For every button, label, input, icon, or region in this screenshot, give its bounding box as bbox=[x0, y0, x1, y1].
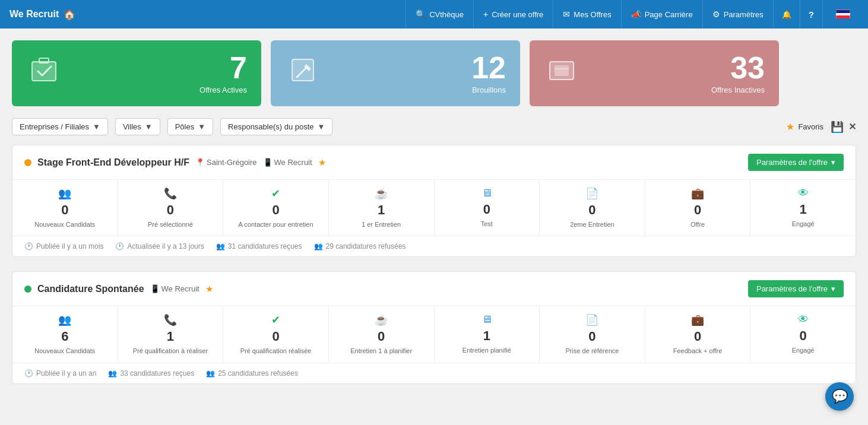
filter-responsable[interactable]: Responsable(s) du poste ▼ bbox=[220, 118, 332, 135]
engaged-icon: 👁 bbox=[798, 313, 809, 326]
inactive-offers-count: 33 bbox=[711, 52, 765, 83]
pipeline-item-2-4[interactable]: 🖥 1 Entretien planifié bbox=[435, 306, 540, 362]
document-icon: 📄 bbox=[585, 187, 598, 200]
phone-icon: 📱 bbox=[150, 284, 160, 293]
check-icon: ✔ bbox=[271, 313, 280, 326]
job-favorite-1[interactable]: ★ bbox=[318, 157, 326, 168]
chevron-down-icon: ▼ bbox=[93, 122, 100, 131]
main-content: 7 Offres Actives 12 Brouillons bbox=[0, 28, 868, 410]
filter-poles-label: Pôles bbox=[175, 122, 195, 131]
nav-flag[interactable] bbox=[822, 0, 859, 28]
people-refused-icon: 👥 bbox=[206, 369, 215, 378]
phone-icon: 📱 bbox=[263, 158, 273, 167]
pipeline-item-2-3[interactable]: ☕ 0 Entretien 1 à planifier bbox=[329, 306, 435, 362]
job-footer-received-1: 👥 31 candidatures reçues bbox=[216, 242, 302, 250]
home-icon[interactable]: 🏠 bbox=[64, 9, 75, 20]
pipeline-item-2-7[interactable]: 👁 0 Engagé bbox=[750, 306, 856, 362]
nav-creer-offre[interactable]: + Créer une offre bbox=[473, 0, 553, 28]
navbar: We Recruit 🏠 🔍 CVthèque + Créer une offr… bbox=[0, 0, 868, 28]
pipeline-item-1-4[interactable]: 🖥 0 Test bbox=[435, 180, 540, 236]
pipeline-item-1-1[interactable]: 📞 0 Pré sélectionné bbox=[118, 180, 224, 236]
stat-card-inactive[interactable]: 33 Offres Inactives bbox=[530, 40, 779, 106]
nav-cvtheque[interactable]: 🔍 CVthèque bbox=[406, 0, 473, 28]
stat-card-active[interactable]: 7 Offres Actives bbox=[12, 40, 261, 106]
job-status-dot-1 bbox=[24, 159, 31, 166]
job-title-2: Candidature Spontanée bbox=[37, 284, 144, 294]
job-card-2: Candidature Spontanée 📱 We Recruit ★ Par… bbox=[12, 271, 856, 383]
clock-icon: 🕐 bbox=[115, 242, 124, 250]
pipeline-2: 👥 6 Nouveaux Candidats 📞 1 Pré qualifica… bbox=[12, 306, 856, 363]
filter-entreprises[interactable]: Entreprises / Filiales ▼ bbox=[12, 118, 108, 135]
pipeline-item-1-3[interactable]: ☕ 1 1 er Entretien bbox=[329, 180, 435, 236]
mail-icon: ✉ bbox=[563, 9, 570, 19]
filter-villes[interactable]: Villes ▼ bbox=[115, 118, 160, 135]
stat-card-inactive-info: 33 Offres Inactives bbox=[711, 52, 765, 94]
job-params-btn-1[interactable]: Paramètres de l'offre ▾ bbox=[748, 154, 844, 171]
active-offers-icon bbox=[26, 52, 62, 94]
chat-icon: 💬 bbox=[832, 389, 848, 404]
caret-icon: ▾ bbox=[831, 284, 835, 293]
flag-french-icon bbox=[836, 9, 850, 19]
nav-help[interactable]: ? bbox=[800, 0, 822, 28]
engaged-icon: 👁 bbox=[798, 187, 809, 199]
nav-page-carriere[interactable]: 📣 Page Carrière bbox=[621, 0, 702, 28]
inactive-offers-icon bbox=[544, 52, 579, 94]
nav-mes-offres[interactable]: ✉ Mes Offres bbox=[553, 0, 620, 28]
nav-parametres[interactable]: ⚙ Paramètres bbox=[702, 0, 773, 28]
job-params-btn-2[interactable]: Paramètres de l'offre ▾ bbox=[748, 280, 844, 297]
pipeline-item-1-6[interactable]: 💼 0 Offre bbox=[645, 180, 751, 236]
pipeline-item-2-5[interactable]: 📄 0 Prise de référence bbox=[540, 306, 645, 362]
draft-offers-count: 12 bbox=[471, 52, 506, 83]
people-icon: 👥 bbox=[108, 369, 117, 378]
nav-bell[interactable]: 🔔 bbox=[773, 0, 800, 28]
star-icon: ★ bbox=[786, 121, 794, 132]
document-icon: 📄 bbox=[585, 313, 598, 326]
stat-card-active-info: 7 Offres Actives bbox=[199, 52, 247, 94]
clock-icon: 🕐 bbox=[24, 242, 33, 250]
pipeline-item-1-0[interactable]: 👥 0 Nouveaux Candidats bbox=[12, 180, 118, 236]
chat-button[interactable]: 💬 bbox=[825, 382, 854, 410]
job-company-1: 📱 We Recruit bbox=[263, 158, 312, 167]
offer-icon: 💼 bbox=[691, 313, 704, 326]
megaphone-icon: 📣 bbox=[631, 9, 641, 19]
filter-poles[interactable]: Pôles ▼ bbox=[167, 118, 213, 135]
job-footer-published-2: 🕐 Publiée il y a un an bbox=[24, 369, 96, 378]
job-header-1: Stage Front-End Développeur H/F 📍 Saint-… bbox=[12, 145, 856, 180]
pipeline-item-2-6[interactable]: 💼 0 Feedback + offre bbox=[645, 306, 751, 362]
gear-icon: ⚙ bbox=[712, 9, 720, 19]
clear-filter-icon[interactable]: ✕ bbox=[848, 121, 856, 132]
coffee-icon: ☕ bbox=[375, 313, 388, 326]
brand[interactable]: We Recruit 🏠 bbox=[9, 9, 75, 20]
job-card-1: Stage Front-End Développeur H/F 📍 Saint-… bbox=[12, 145, 856, 257]
pipeline-item-2-1[interactable]: 📞 1 Pré qualification à réaliser bbox=[118, 306, 224, 362]
stat-card-draft[interactable]: 12 Brouillons bbox=[271, 40, 520, 106]
draft-offers-icon bbox=[285, 52, 321, 94]
people-refused-icon: 👥 bbox=[314, 242, 323, 250]
draft-offers-label: Brouillons bbox=[471, 85, 506, 94]
pipeline-item-1-7[interactable]: 👁 1 Engagé bbox=[750, 180, 856, 236]
save-filter-icon[interactable]: 💾 bbox=[831, 120, 844, 134]
test-icon: 🖥 bbox=[481, 313, 492, 326]
job-favorite-2[interactable]: ★ bbox=[205, 284, 213, 294]
nav-page-carriere-label: Page Carrière bbox=[645, 10, 693, 19]
search-icon: 🔍 bbox=[416, 9, 426, 19]
pin-icon: 📍 bbox=[195, 158, 205, 167]
pipeline-item-1-5[interactable]: 📄 0 2eme Entretien bbox=[540, 180, 645, 236]
job-footer-published-1: 🕐 Publiée il y a un mois bbox=[24, 242, 103, 250]
job-title-1: Stage Front-End Développeur H/F bbox=[37, 157, 189, 168]
phone-screen-icon: 📞 bbox=[164, 187, 177, 200]
pipeline-item-2-0[interactable]: 👥 6 Nouveaux Candidats bbox=[12, 306, 118, 362]
nav-mes-offres-label: Mes Offres bbox=[574, 10, 611, 19]
pipeline-item-2-2[interactable]: ✔ 0 Pré qualification réalisée bbox=[223, 306, 329, 362]
pipeline-item-1-2[interactable]: ✔ 0 A contacter pour entretien bbox=[223, 180, 329, 236]
svg-rect-0 bbox=[32, 62, 56, 81]
inactive-offers-label: Offres Inactives bbox=[711, 85, 765, 94]
candidates-icon: 👥 bbox=[58, 313, 71, 326]
people-icon: 👥 bbox=[216, 242, 225, 250]
job-footer-refused-1: 👥 29 candidatures refusées bbox=[314, 242, 406, 250]
chevron-down-icon: ▼ bbox=[145, 122, 153, 131]
chevron-down-icon: ▼ bbox=[198, 122, 205, 131]
filter-favoris[interactable]: ★ Favoris bbox=[786, 121, 823, 132]
navbar-nav: 🔍 CVthèque + Créer une offre ✉ Mes Offre… bbox=[406, 0, 859, 28]
job-footer-refused-2: 👥 25 candidatures refusées bbox=[206, 369, 298, 378]
